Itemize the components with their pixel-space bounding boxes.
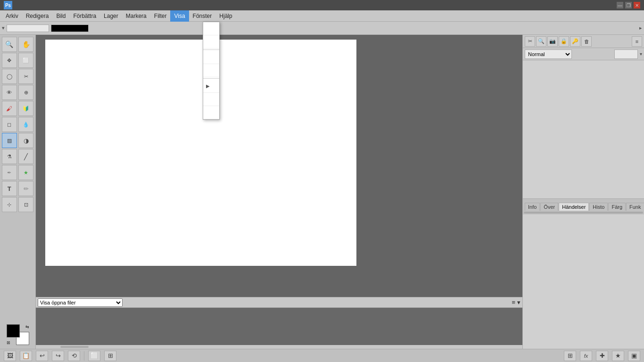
status-redo-btn[interactable]: ↪	[52, 351, 64, 361]
menu-bar: Arkiv Redigera Bild Förbättra Lager Mark…	[0, 10, 644, 22]
select-rect-tool[interactable]: ⬜	[18, 53, 33, 68]
tab-info[interactable]: Info	[525, 203, 540, 211]
move-tool[interactable]: ✥	[2, 53, 17, 68]
status-undo-btn[interactable]: ↩	[36, 351, 48, 361]
menu-visa[interactable]: Visa	[170, 10, 189, 22]
menu-hjalp[interactable]: Hjälp	[215, 10, 236, 22]
visa-menu-item-6[interactable]	[203, 93, 219, 106]
eyedropper-tool[interactable]: ⚗	[2, 149, 17, 164]
eye-tool[interactable]: 👁	[2, 85, 17, 100]
transform-tool[interactable]: ⊹	[2, 197, 17, 212]
visa-menu-item-2[interactable]	[203, 35, 219, 49]
reset-colors[interactable]: ⊠	[7, 340, 10, 345]
menu-markera[interactable]: Markera	[122, 10, 150, 22]
eraser-tool[interactable]: ◻	[2, 117, 17, 132]
app-logo: Ps	[4, 1, 12, 9]
tool-row: ▨ ◑	[1, 133, 34, 148]
toolbar-dropdown-arrow[interactable]: ▾	[2, 25, 5, 31]
hand-tool[interactable]: ✋	[18, 37, 33, 52]
status-rotate-btn[interactable]: ⟲	[68, 351, 80, 361]
foreground-color[interactable]	[7, 324, 20, 337]
shape-tool[interactable]: ★	[18, 165, 33, 180]
tool-row: 🖌 🔰	[1, 101, 34, 116]
visa-menu-item-5[interactable]: ▶	[203, 80, 219, 93]
status-grid-btn[interactable]: ⊞	[104, 351, 116, 361]
visa-menu-item-5-arrow: ▶	[206, 83, 210, 89]
smudge-tool[interactable]: 💧	[18, 117, 33, 132]
text-tool[interactable]: T	[2, 181, 17, 196]
menu-bild[interactable]: Bild	[52, 10, 69, 22]
menu-filter[interactable]: Filter	[150, 10, 171, 22]
status-bar: 🖼 📋 ↩ ↪ ⟲ ⬜ ⊞ ⊞ fx ✚ ★ ▣	[0, 349, 644, 362]
fill-tool[interactable]: ▨	[2, 133, 17, 148]
lasso-tool[interactable]: ◯	[2, 69, 17, 84]
right-photo-icon[interactable]: 📷	[547, 36, 558, 47]
gradient-tool[interactable]: ◑	[18, 133, 33, 148]
canvas	[45, 40, 356, 266]
tab-over[interactable]: Över	[540, 203, 558, 211]
tool-row: ◯ ✂	[1, 69, 34, 84]
magic-select-tool[interactable]: ✂	[18, 69, 33, 84]
swap-colors-icon[interactable]: ⇆	[25, 324, 29, 329]
right-zoom-icon[interactable]: 🔍	[536, 36, 546, 47]
file-browser-dropdown-icon[interactable]: ▾	[517, 299, 520, 306]
menu-fonster[interactable]: Fönster	[189, 10, 216, 22]
right-lock-icon[interactable]: 🔒	[559, 36, 569, 47]
color-swatches: ⊠ ⇆	[7, 324, 29, 345]
menu-forbattra[interactable]: Förbättra	[69, 10, 100, 22]
status-fx-btn[interactable]: fx	[580, 351, 592, 361]
visa-menu-item-4[interactable]	[203, 64, 219, 77]
visa-menu-item-1[interactable]	[203, 22, 219, 35]
pencil-tool[interactable]: ✏	[18, 181, 33, 196]
slice-tool[interactable]: ⊡	[18, 197, 33, 212]
line-tool[interactable]: ╱	[18, 149, 33, 164]
status-add-btn[interactable]: ✚	[596, 351, 608, 361]
status-panel-btn[interactable]: ▣	[628, 351, 640, 361]
right-key-icon[interactable]: 🔑	[570, 36, 580, 47]
right-crop-icon[interactable]: ✂	[525, 36, 535, 47]
close-button[interactable]: ✕	[634, 2, 640, 8]
opacity-box[interactable]	[614, 49, 638, 59]
right-panel-bottom	[523, 211, 644, 349]
stamp-tool[interactable]: 🔰	[18, 101, 33, 116]
options-toolbar: ▾ ▸	[0, 22, 644, 35]
toolbar-right-arrow[interactable]: ▸	[639, 25, 642, 31]
visa-menu-separator-1	[203, 49, 219, 50]
tab-funk[interactable]: Funk	[626, 203, 644, 211]
title-bar: Ps — ❐ ✕	[0, 0, 644, 10]
zoom-tool[interactable]: 🔍	[2, 37, 17, 52]
menu-lager[interactable]: Lager	[100, 10, 122, 22]
status-star-btn[interactable]: ★	[612, 351, 624, 361]
tab-handelser[interactable]: Händelser	[559, 203, 589, 211]
right-delete-icon[interactable]: 🗑	[581, 36, 592, 47]
status-layers-btn[interactable]: ⊞	[564, 351, 576, 361]
pen-tool[interactable]: ✒	[2, 165, 17, 180]
canvas-region	[36, 35, 522, 297]
visa-menu-item-7[interactable]	[203, 106, 219, 119]
right-menu-icon[interactable]: ≡	[632, 36, 642, 47]
status-image-btn[interactable]: 🖼	[4, 351, 16, 361]
minimize-button[interactable]: —	[617, 2, 623, 8]
right-panel-tabs: Info Över Händelser Histo Färg Funk	[523, 198, 644, 211]
brush-tool[interactable]: 🖌	[2, 101, 17, 116]
blend-mode-row: Normal ▾	[523, 48, 644, 60]
right-scrollbar-thumb[interactable]	[524, 212, 643, 214]
right-panel-toolbar: ✂ 🔍 📷 🔒 🔑 🗑 ≡	[523, 35, 644, 48]
right-panel-scrollbar[interactable]	[523, 211, 644, 214]
heal-tool[interactable]: ⊕	[18, 85, 33, 100]
opacity-dropdown[interactable]: ▾	[640, 51, 642, 57]
tool-row: 🔍 ✋	[1, 37, 34, 52]
file-browser-select[interactable]: Visa öppna filer	[38, 298, 123, 307]
blend-mode-select[interactable]: Normal	[525, 49, 572, 59]
tab-farg[interactable]: Färg	[608, 203, 626, 211]
scrollbar-thumb[interactable]	[60, 346, 89, 348]
menu-arkiv[interactable]: Arkiv	[2, 10, 22, 22]
visa-menu-item-3[interactable]	[203, 51, 219, 64]
menu-redigera[interactable]: Redigera	[22, 10, 53, 22]
maximize-button[interactable]: ❐	[625, 2, 632, 8]
file-browser-scrollbar[interactable]	[36, 345, 522, 349]
status-crop-btn[interactable]: ⬜	[88, 351, 100, 361]
file-browser-menu-icon[interactable]: ≡	[512, 299, 515, 306]
tab-histo[interactable]: Histo	[589, 203, 608, 211]
status-list-btn[interactable]: 📋	[20, 351, 32, 361]
